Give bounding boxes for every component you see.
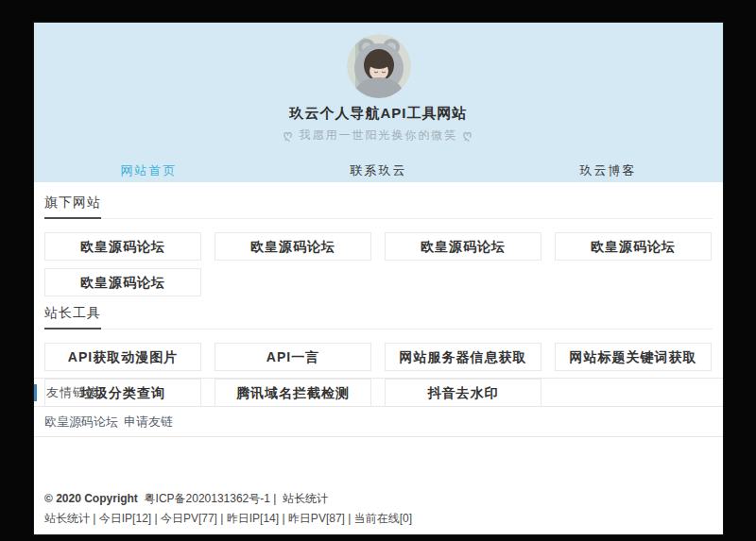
site-title: 玖云个人导航API工具网站 (34, 105, 723, 123)
footer-copyright-line: © 2020 Copyright 粤ICP备2020131362号-1 | 站长… (44, 491, 713, 507)
section-sites-grid: 欧皇源码论坛 欧皇源码论坛 欧皇源码论坛 欧皇源码论坛 欧皇源码论坛 (44, 232, 713, 296)
friend-links-header: 友情链接 (34, 379, 723, 407)
friend-link-apply[interactable]: 申请友链 (124, 414, 173, 431)
header: 玖云个人导航API工具网站 ღ 我愿用一世阳光换你的微笑 ღ 网站首页 联系玖云… (34, 23, 723, 182)
friend-links-title: 友情链接 (46, 384, 99, 401)
footer: © 2020 Copyright 粤ICP备2020131362号-1 | 站长… (34, 482, 723, 534)
site-button[interactable]: 欧皇源码论坛 (555, 232, 712, 261)
avatar-image (347, 34, 411, 98)
avatar[interactable] (347, 34, 411, 98)
site-subtitle: ღ 我愿用一世阳光换你的微笑 ღ (34, 127, 723, 144)
footer-divider: | (273, 492, 276, 505)
section-sites-rule: 旗下网站 (44, 194, 713, 219)
section-tools-heading: 站长工具 (44, 305, 101, 330)
section-sites: 旗下网站 欧皇源码论坛 欧皇源码论坛 欧皇源码论坛 欧皇源码论坛 欧皇源码论坛 (44, 194, 713, 296)
site-button[interactable]: 欧皇源码论坛 (215, 232, 371, 261)
friend-links-section: 友情链接 欧皇源码论坛 申请友链 (34, 378, 723, 437)
friend-link-forum[interactable]: 欧皇源码论坛 (44, 414, 118, 431)
friend-links-row: 欧皇源码论坛 申请友链 (34, 407, 723, 437)
icp-number[interactable]: 粤ICP备2020131362号-1 (145, 492, 270, 505)
accent-bar (34, 384, 37, 401)
section-sites-heading: 旗下网站 (44, 194, 101, 219)
page: 玖云个人导航API工具网站 ღ 我愿用一世阳光换你的微笑 ღ 网站首页 联系玖云… (34, 23, 723, 534)
tool-button[interactable]: API获取动漫图片 (44, 343, 201, 371)
nav-item-home[interactable]: 网站首页 (34, 157, 264, 185)
main-nav: 网站首页 联系玖云 玖云博客 (34, 157, 723, 185)
tool-button[interactable]: 网站服务器信息获取 (385, 343, 541, 371)
footer-stats-line[interactable]: 站长统计 | 今日IP[12] | 今日PV[77] | 昨日IP[14] | … (44, 511, 713, 527)
nav-item-contact[interactable]: 联系玖云 (264, 157, 493, 185)
tool-button[interactable]: API一言 (215, 343, 371, 371)
tool-button[interactable]: 网站标题关键词获取 (555, 343, 712, 371)
copyright-text: © 2020 Copyright (44, 492, 138, 505)
stats-link[interactable]: 站长统计 (283, 492, 328, 505)
site-button[interactable]: 欧皇源码论坛 (44, 232, 201, 261)
section-tools-rule: 站长工具 (44, 304, 713, 330)
nav-item-blog[interactable]: 玖云博客 (493, 157, 723, 185)
site-button[interactable]: 欧皇源码论坛 (385, 232, 541, 261)
site-button[interactable]: 欧皇源码论坛 (44, 268, 201, 296)
avatar-wrap (34, 23, 723, 98)
